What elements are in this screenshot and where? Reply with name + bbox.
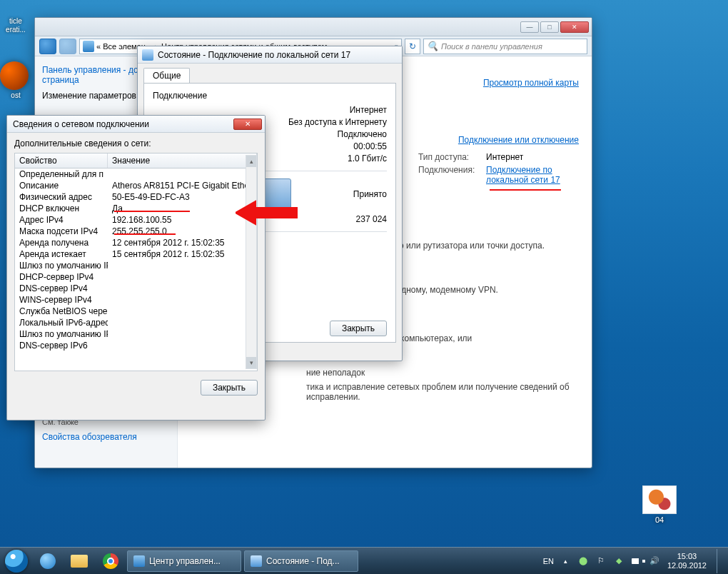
nav-forward-button[interactable] [59, 39, 76, 54]
taskbar-item-network-center[interactable]: Центр управлен... [127, 550, 241, 572]
ipv6-connectivity-value: Без доступа к Интернету [288, 117, 387, 127]
table-row[interactable]: Определенный для п [15, 168, 257, 180]
tray-overflow-icon[interactable]: ▴ [561, 556, 571, 566]
chrome-icon [103, 553, 118, 569]
scrollbar[interactable]: ▴ ▾ [246, 155, 257, 369]
volume-icon[interactable]: 🔊 [649, 555, 660, 566]
column-property-header[interactable]: Свойство [15, 153, 108, 168]
column-value-header[interactable]: Значение [108, 153, 257, 168]
annotation-underline [114, 233, 176, 235]
duration-value: 00:00:55 [353, 141, 387, 151]
property-cell: DNS-сервер IPv4 [15, 283, 108, 293]
scroll-up-icon[interactable]: ▴ [246, 156, 256, 167]
value-cell [108, 341, 257, 351]
access-type-label: Тип доступа: [418, 152, 479, 162]
property-cell: Локальный IPv6-адрес... [15, 318, 108, 328]
value-cell: 192.168.100.55 [108, 215, 257, 225]
property-cell: Служба NetBIOS чере... [15, 306, 108, 316]
desktop-label: erati... [0, 26, 31, 34]
network-tray-icon[interactable] [632, 555, 642, 566]
table-row[interactable]: Адрес IPv4192.168.100.55 [15, 214, 257, 226]
refresh-button[interactable]: ↻ [405, 39, 420, 54]
close-button[interactable]: Закрыть [330, 321, 387, 336]
value-cell: 15 сентября 2012 г. 15:02:35 [108, 249, 257, 259]
language-indicator[interactable]: EN [543, 557, 554, 565]
table-row[interactable]: Служба NetBIOS чере... [15, 306, 257, 317]
property-cell: Шлюз по умолчанию IP... [15, 261, 108, 271]
breadcrumb-prefix: « [96, 42, 101, 51]
property-cell: DNS-сервер IPv6 [15, 341, 108, 351]
svg-marker-0 [236, 201, 297, 224]
value-cell [108, 169, 257, 179]
table-row[interactable]: WINS-сервер IPv4 [15, 294, 257, 306]
view-full-map-link[interactable]: Просмотр полной карты [483, 78, 579, 88]
nav-back-button[interactable] [39, 39, 56, 54]
thumbnail-icon [642, 485, 677, 514]
taskbar-item-label: Центр управлен... [149, 556, 221, 566]
taskbar-item-connection-status[interactable]: Состояние - Под... [244, 550, 358, 572]
table-row[interactable]: DHCP-сервер IPv4 [15, 271, 257, 283]
taskbar: Центр управлен... Состояние - Под... EN … [0, 547, 728, 574]
taskbar-pinned-explorer[interactable] [64, 550, 94, 572]
tray-app-icon[interactable]: ◆ [614, 555, 625, 566]
connection-link[interactable]: Подключение по локальной сети 17 [486, 165, 579, 185]
table-row[interactable]: DNS-сервер IPv4 [15, 283, 257, 294]
ie-icon [40, 553, 56, 569]
table-row[interactable]: Аренда получена12 сентября 2012 г. 15:02… [15, 237, 257, 248]
value-cell [108, 329, 257, 339]
property-cell: Адрес IPv4 [15, 215, 108, 225]
start-button[interactable] [0, 548, 33, 575]
connect-disconnect-link[interactable]: Подключение или отключение [418, 135, 579, 145]
taskbar-pinned-chrome[interactable] [96, 550, 126, 572]
property-cell: WINS-сервер IPv4 [15, 295, 108, 305]
speed-value: 1.0 Гбит/с [348, 153, 387, 163]
table-row[interactable]: DHCP включенДа [15, 203, 257, 214]
sidebar-item-internet-options[interactable]: Свойства обозревателя [42, 432, 171, 442]
troubleshoot-link[interactable]: ние неполадок [306, 368, 580, 378]
table-row[interactable]: Шлюз по умолчанию IP... [15, 328, 257, 340]
search-input[interactable]: 🔍 Поиск в панели управления [423, 39, 587, 54]
property-cell: Аренда истекает [15, 249, 108, 259]
ipv4-connectivity-value: Интернет [350, 105, 387, 115]
table-row[interactable]: Физический адрес50-E5-49-ED-FC-A3 [15, 191, 257, 203]
body-text: тика и исправление сетевых проблем или п… [306, 382, 580, 402]
details-table: Свойство Значение Определенный для пОпис… [14, 153, 258, 371]
scroll-down-icon[interactable]: ▾ [246, 357, 256, 368]
window-title: Сведения о сетевом подключении [13, 119, 149, 129]
window-titlebar: Состояние - Подключение по локальной сет… [138, 46, 402, 64]
table-row[interactable]: Маска подсети IPv4255.255.255.0 [15, 226, 257, 237]
value-cell: 12 сентября 2012 г. 15:02:35 [108, 238, 257, 248]
annotation-arrow-icon [236, 198, 300, 227]
desktop-icon[interactable]: 04 [639, 485, 679, 524]
close-button[interactable]: Закрыть [201, 380, 258, 396]
subtitle: Дополнительные сведения о сети: [14, 139, 258, 148]
taskbar-pinned-ie[interactable] [33, 550, 63, 572]
property-cell: Физический адрес [15, 192, 108, 202]
maximize-button[interactable]: □ [540, 21, 559, 33]
action-center-icon[interactable]: ⚐ [596, 555, 607, 566]
table-row[interactable]: Шлюз по умолчанию IP... [15, 260, 257, 271]
clock[interactable]: 15:03 12.09.2012 [667, 552, 707, 570]
bytes-received-value: 237 024 [356, 214, 387, 224]
tab-general[interactable]: Общие [143, 68, 190, 83]
property-cell: Шлюз по умолчанию IP... [15, 329, 108, 339]
table-row[interactable]: DNS-сервер IPv6 [15, 340, 257, 351]
property-cell: DHCP-сервер IPv4 [15, 272, 108, 282]
close-button[interactable]: ✕ [233, 119, 262, 130]
minimize-button[interactable]: — [520, 21, 539, 33]
desktop-icon[interactable] [0, 61, 29, 90]
table-row[interactable]: Аренда истекает15 сентября 2012 г. 15:02… [15, 248, 257, 260]
show-desktop-button[interactable] [717, 549, 722, 573]
table-row[interactable]: Локальный IPv6-адрес... [15, 317, 257, 328]
group-title: Подключение [153, 91, 387, 101]
annotation-underline [490, 189, 561, 191]
network-center-icon [133, 555, 145, 567]
table-row[interactable]: ОписаниеAtheros AR8151 PCI-E Gigabit Eth… [15, 180, 257, 191]
close-button[interactable]: ✕ [560, 21, 589, 33]
property-cell: Определенный для п [15, 169, 108, 179]
tray-app-icon[interactable]: ⬤ [578, 555, 589, 566]
clock-time: 15:03 [667, 552, 707, 561]
property-cell: Описание [15, 181, 108, 191]
value-cell [108, 283, 257, 293]
value-cell [108, 261, 257, 271]
